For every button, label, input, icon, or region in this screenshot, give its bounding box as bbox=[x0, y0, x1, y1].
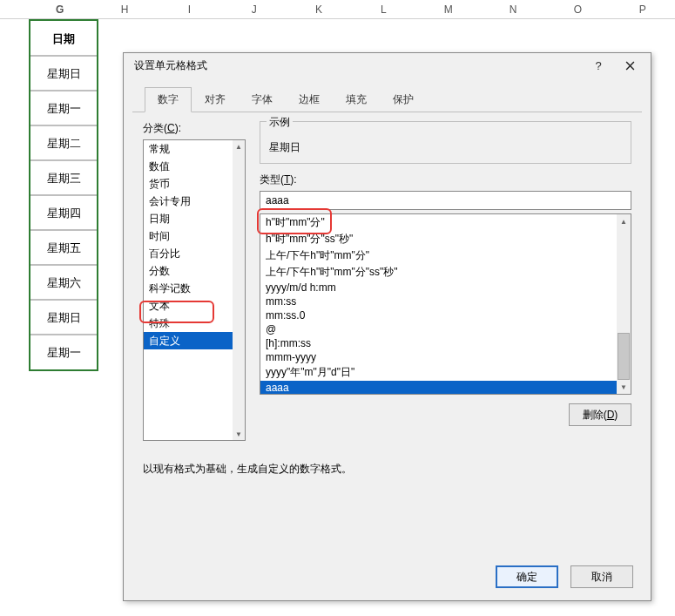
scroll-up-icon[interactable]: ▲ bbox=[233, 140, 245, 152]
tab-0[interactable]: 数字 bbox=[145, 87, 192, 112]
close-button[interactable] bbox=[614, 57, 645, 74]
type-item[interactable]: 上午/下午h"时"mm"分" bbox=[260, 247, 631, 264]
type-item[interactable]: yyyy"年"m"月"d"日" bbox=[260, 364, 631, 381]
category-column: 分类(C): 常规数值货币会计专用日期时间百分比分数科学记数文本特殊自定义 ▲ … bbox=[143, 121, 246, 441]
type-item[interactable]: mm:ss.0 bbox=[260, 308, 631, 322]
tab-strip: 数字对齐字体边框填充保护 bbox=[132, 78, 642, 112]
type-item[interactable]: 上午/下午h"时"mm"分"ss"秒" bbox=[260, 264, 631, 281]
data-cell[interactable]: 星期一 bbox=[30, 91, 97, 125]
dialog-title: 设置单元格格式 bbox=[134, 58, 583, 73]
data-cell[interactable]: 星期日 bbox=[30, 56, 97, 91]
scroll-down-icon[interactable]: ▼ bbox=[617, 380, 631, 394]
type-item[interactable]: [h]:mm:ss bbox=[260, 336, 631, 350]
column-header-J[interactable]: J bbox=[222, 0, 287, 19]
data-cell[interactable]: 星期四 bbox=[30, 195, 97, 230]
close-icon bbox=[625, 61, 635, 71]
type-listbox[interactable]: h"时"mm"分"h"时"mm"分"ss"秒"上午/下午h"时"mm"分"上午/… bbox=[260, 213, 631, 395]
scroll-up-icon[interactable]: ▲ bbox=[617, 214, 631, 228]
category-item[interactable]: 分数 bbox=[144, 262, 245, 280]
type-scrollbar[interactable]: ▲ ▼ bbox=[617, 214, 631, 394]
category-listbox[interactable]: 常规数值货币会计专用日期时间百分比分数科学记数文本特殊自定义 ▲ ▼ bbox=[143, 139, 246, 441]
category-scrollbar[interactable]: ▲ ▼ bbox=[233, 140, 245, 440]
help-button[interactable]: ? bbox=[583, 57, 614, 74]
type-item[interactable]: yyyy/m/d h:mm bbox=[260, 281, 631, 294]
category-item[interactable]: 常规 bbox=[144, 140, 245, 158]
category-label: 分类(C): bbox=[143, 121, 246, 136]
category-item[interactable]: 时间 bbox=[144, 227, 245, 245]
column-header-H[interactable]: H bbox=[92, 0, 157, 19]
type-item[interactable]: @ bbox=[260, 322, 631, 336]
right-column: 示例 星期日 类型(T): h"时"mm"分"h"时"mm"分"ss"秒"上午/… bbox=[260, 121, 631, 441]
data-cell[interactable]: 星期日 bbox=[30, 300, 97, 335]
category-item[interactable]: 百分比 bbox=[144, 245, 245, 262]
dialog-buttons: 确定 取消 bbox=[496, 565, 633, 588]
column-title-cell[interactable]: 日期 bbox=[30, 19, 97, 56]
category-item[interactable]: 会计专用 bbox=[144, 193, 245, 210]
data-cell[interactable]: 星期六 bbox=[30, 265, 97, 300]
data-cell[interactable]: 星期三 bbox=[30, 160, 97, 195]
type-item[interactable]: aaaa bbox=[260, 381, 631, 395]
tab-1[interactable]: 对齐 bbox=[192, 87, 239, 112]
column-header-I[interactable]: I bbox=[157, 0, 221, 19]
type-item[interactable]: mmm-yyyy bbox=[260, 350, 631, 364]
type-item[interactable]: mm:ss bbox=[260, 294, 631, 308]
tab-5[interactable]: 保护 bbox=[380, 87, 427, 112]
format-cells-dialog: 设置单元格格式 ? 数字对齐字体边框填充保护 分类(C): 常规数值货币会计专用… bbox=[123, 52, 651, 601]
column-header-M[interactable]: M bbox=[416, 0, 481, 19]
explain-text: 以现有格式为基础，生成自定义的数字格式。 bbox=[143, 462, 631, 477]
sample-legend: 示例 bbox=[267, 115, 293, 130]
category-item[interactable]: 自定义 bbox=[144, 332, 245, 349]
type-item[interactable]: h"时"mm"分"ss"秒" bbox=[260, 231, 631, 247]
category-item[interactable]: 数值 bbox=[144, 158, 245, 175]
scroll-down-icon[interactable]: ▼ bbox=[233, 428, 245, 440]
ok-button[interactable]: 确定 bbox=[496, 565, 558, 588]
type-items: h"时"mm"分"h"时"mm"分"ss"秒"上午/下午h"时"mm"分"上午/… bbox=[260, 214, 631, 395]
column-header-N[interactable]: N bbox=[481, 0, 545, 19]
column-header-K[interactable]: K bbox=[287, 0, 351, 19]
category-item[interactable]: 货币 bbox=[144, 175, 245, 193]
data-cell[interactable]: 星期一 bbox=[30, 335, 97, 369]
tab-3[interactable]: 边框 bbox=[286, 87, 333, 112]
dialog-titlebar: 设置单元格格式 ? bbox=[124, 53, 651, 78]
selected-column-cells: 日期星期日星期一星期二星期三星期四星期五星期六星期日星期一 bbox=[29, 19, 98, 371]
type-label: 类型(T): bbox=[260, 173, 631, 187]
column-header-O[interactable]: O bbox=[545, 0, 610, 19]
type-input[interactable] bbox=[260, 191, 631, 210]
category-item[interactable]: 特殊 bbox=[144, 315, 245, 332]
category-item[interactable]: 日期 bbox=[144, 210, 245, 227]
delete-button[interactable]: 删除(D) bbox=[569, 403, 631, 426]
sample-value: 星期日 bbox=[269, 140, 622, 155]
sample-fieldset: 示例 星期日 bbox=[260, 121, 631, 164]
column-header-blank[interactable] bbox=[0, 0, 27, 19]
column-header-P[interactable]: P bbox=[611, 0, 675, 19]
data-cell[interactable]: 星期五 bbox=[30, 230, 97, 265]
category-item[interactable]: 科学记数 bbox=[144, 280, 245, 297]
scroll-thumb[interactable] bbox=[618, 333, 630, 380]
tab-2[interactable]: 字体 bbox=[239, 87, 286, 112]
column-header-G[interactable]: G bbox=[27, 0, 91, 19]
tab-4[interactable]: 填充 bbox=[333, 87, 380, 112]
scroll-thumb[interactable] bbox=[233, 152, 245, 428]
column-header-L[interactable]: L bbox=[351, 0, 415, 19]
dialog-content: 分类(C): 常规数值货币会计专用日期时间百分比分数科学记数文本特殊自定义 ▲ … bbox=[124, 112, 651, 477]
cancel-button[interactable]: 取消 bbox=[570, 565, 633, 588]
category-item[interactable]: 文本 bbox=[144, 297, 245, 315]
category-items: 常规数值货币会计专用日期时间百分比分数科学记数文本特殊自定义 bbox=[144, 140, 245, 349]
data-cell[interactable]: 星期二 bbox=[30, 125, 97, 160]
type-item[interactable]: h"时"mm"分" bbox=[260, 214, 631, 231]
column-headers: GHIJKLMNOP bbox=[0, 0, 675, 19]
